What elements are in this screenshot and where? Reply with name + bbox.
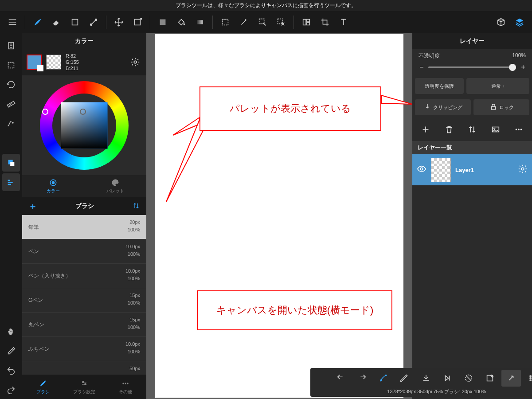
svg-point-28 xyxy=(127,383,129,384)
rail-select-icon[interactable] xyxy=(2,56,20,74)
svg-point-52 xyxy=(521,168,524,170)
frame-tool-icon[interactable] xyxy=(298,14,314,30)
svg-point-48 xyxy=(516,129,517,130)
bb-fullscreen-icon[interactable] xyxy=(501,370,521,387)
brush-item[interactable]: 50px xyxy=(22,361,146,375)
rail-brush-icon[interactable] xyxy=(2,173,20,191)
color-swatch-row: R:82 G:155 B:211 xyxy=(22,49,146,75)
select-rect-icon[interactable] xyxy=(217,14,233,30)
eraser-tool-icon[interactable] xyxy=(48,14,64,30)
fill-color-icon[interactable] xyxy=(155,14,171,30)
svg-point-32 xyxy=(380,379,382,381)
reorder-layer-icon[interactable] xyxy=(464,121,480,137)
transform-tool-icon[interactable] xyxy=(129,14,145,30)
rail-stabilizer-icon[interactable] xyxy=(2,115,20,133)
layer-settings-icon[interactable] xyxy=(518,164,528,176)
bb-save-icon[interactable] xyxy=(416,370,436,387)
bucket-tool-icon[interactable] xyxy=(173,14,189,30)
layer-row[interactable]: Layer1 xyxy=(412,154,532,185)
add-brush-icon[interactable]: ＋ xyxy=(28,200,37,212)
bb-undo-icon[interactable] xyxy=(331,370,351,387)
svg-point-26 xyxy=(123,383,124,384)
bb-deselect-icon[interactable] xyxy=(459,370,478,387)
blend-mode-button[interactable]: 通常› xyxy=(466,78,529,94)
menu-icon[interactable] xyxy=(4,14,20,30)
svg-rect-3 xyxy=(135,20,141,25)
brush-item[interactable]: ふちペン10.0px100% xyxy=(22,337,146,361)
brush-tabs: ブラシ ブラシ設定 その他 xyxy=(22,375,146,399)
brush-item[interactable]: ペン（入り抜き）10.0px100% xyxy=(22,264,146,288)
tab-palette[interactable]: パレット xyxy=(84,175,146,197)
rail-document-icon[interactable] xyxy=(2,37,20,55)
layers-icon[interactable] xyxy=(512,14,528,30)
svg-rect-19 xyxy=(8,182,13,183)
magic-wand-icon[interactable] xyxy=(236,14,252,30)
btab-settings[interactable]: ブラシ設定 xyxy=(63,375,105,399)
rail-rotate-icon[interactable] xyxy=(2,76,20,94)
shape-tool-icon[interactable] xyxy=(67,14,83,30)
primary-color-swatch[interactable] xyxy=(27,55,42,70)
bb-play-icon[interactable] xyxy=(438,370,457,387)
canvas-area[interactable]: パレットが表示されている キャンバスを開いた状態(横モード) 1378*2039… xyxy=(146,33,412,399)
svg-rect-4 xyxy=(160,20,166,25)
svg-point-24 xyxy=(82,381,84,383)
svg-point-47 xyxy=(493,128,495,129)
brush-item[interactable]: 丸ペン15px100% xyxy=(22,313,146,337)
brush-tool-icon[interactable] xyxy=(30,14,46,30)
svg-rect-10 xyxy=(303,20,306,25)
opacity-label: 不透明度 xyxy=(419,52,440,60)
3d-icon[interactable] xyxy=(493,14,509,30)
bb-brush-icon[interactable] xyxy=(374,370,393,387)
rail-redo-icon[interactable] xyxy=(2,381,20,399)
color-settings-icon[interactable] xyxy=(129,55,142,69)
opacity-plus-icon[interactable]: ＋ xyxy=(520,63,526,72)
color-wheel[interactable] xyxy=(22,75,146,175)
secondary-color-swatch[interactable] xyxy=(46,55,61,70)
select-pen-icon[interactable] xyxy=(254,14,270,30)
brush-item[interactable]: Gペン15px100% xyxy=(22,288,146,313)
svg-point-42 xyxy=(530,379,531,381)
rail-ruler-icon[interactable] xyxy=(2,95,20,113)
add-layer-icon[interactable] xyxy=(418,121,434,137)
delete-layer-icon[interactable] xyxy=(441,121,457,137)
svg-rect-45 xyxy=(491,106,495,110)
left-panel: カラー R:82 G:155 B:211 カラー パレット xyxy=(22,33,146,399)
svg-rect-12 xyxy=(307,23,309,25)
brush-item[interactable]: 鉛筆20px100% xyxy=(22,215,146,239)
tab-color[interactable]: カラー xyxy=(22,175,84,197)
crop-tool-icon[interactable] xyxy=(317,14,333,30)
opacity-slider[interactable] xyxy=(428,66,516,68)
text-tool-icon[interactable] xyxy=(336,14,352,30)
clipping-button[interactable]: クリッピング xyxy=(415,99,471,115)
image-layer-icon[interactable] xyxy=(488,121,504,137)
opacity-minus-icon[interactable]: − xyxy=(419,63,425,71)
brush-list[interactable]: 鉛筆20px100%ペン10.0px100%ペン（入り抜き）10.0px100%… xyxy=(22,215,146,375)
svg-point-39 xyxy=(530,378,531,379)
brush-item[interactable]: ペン10.0px100% xyxy=(22,239,146,264)
path-tool-icon[interactable] xyxy=(86,14,102,30)
canvas[interactable] xyxy=(155,34,403,398)
brush-panel-title: ブラシ xyxy=(75,202,94,210)
btab-other[interactable]: その他 xyxy=(105,375,146,399)
visibility-icon[interactable] xyxy=(417,164,426,176)
rail-eyedropper-icon[interactable] xyxy=(2,342,20,360)
bb-grid-icon[interactable] xyxy=(523,370,532,387)
svg-point-25 xyxy=(85,383,86,385)
select-erase-icon[interactable] xyxy=(273,14,289,30)
rail-hand-icon[interactable] xyxy=(2,323,20,340)
gradient-tool-icon[interactable] xyxy=(192,14,208,30)
bb-redo-icon[interactable] xyxy=(352,370,372,387)
lock-button[interactable]: ロック xyxy=(473,99,529,115)
svg-point-33 xyxy=(385,375,387,376)
layer-thumbnail xyxy=(431,158,451,182)
opacity-value: 100% xyxy=(512,52,526,60)
protect-alpha-button[interactable]: 透明度を保護 xyxy=(415,78,464,94)
bb-clear-icon[interactable] xyxy=(480,370,500,387)
rail-undo-icon[interactable] xyxy=(2,362,20,379)
sort-brush-icon[interactable] xyxy=(132,202,140,211)
rail-color-icon[interactable] xyxy=(2,154,20,172)
move-tool-icon[interactable] xyxy=(111,14,127,30)
more-layer-icon[interactable] xyxy=(511,121,527,137)
btab-brush[interactable]: ブラシ xyxy=(22,375,63,399)
bb-pen-icon[interactable] xyxy=(395,370,415,387)
